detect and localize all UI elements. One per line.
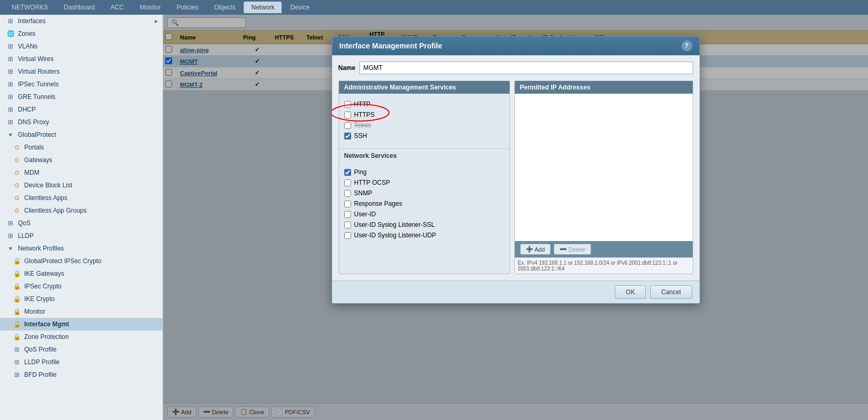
telnet-checkbox[interactable] <box>344 122 351 129</box>
zones-icon: 🌐 <box>6 29 15 38</box>
name-input[interactable] <box>360 62 693 74</box>
sidebar-item-virtual-routers[interactable]: ⊞ Virtual Routers <box>0 65 163 78</box>
admin-section-header: Administrative Management Services <box>339 81 510 94</box>
user-id-syslog-udp-checkbox[interactable] <box>344 232 351 239</box>
sidebar-item-ike-gateways[interactable]: 🔒 IKE Gateways <box>0 267 163 280</box>
nav-tab-acc[interactable]: ACC <box>103 2 131 13</box>
cancel-button[interactable]: Cancel <box>650 285 692 299</box>
sidebar-item-ipsec-crypto[interactable]: 🔒 IPSec Crypto <box>0 280 163 293</box>
sidebar-item-lldp-profile[interactable]: ⊞ LLDP Profile <box>0 356 163 368</box>
sidebar-item-zone-protection[interactable]: 🔒 Zone Protection <box>0 331 163 343</box>
nav-tab-dashboard[interactable]: Dashboard <box>56 2 102 13</box>
sidebar-item-virtual-wires[interactable]: ⊞ Virtual Wires <box>0 53 163 65</box>
sidebar-item-network-profiles[interactable]: ▾ Network Profiles <box>0 242 163 255</box>
permitted-ip-delete-button[interactable]: ➖ Delete <box>554 244 591 255</box>
sidebar-item-monitor[interactable]: 🔒 Monitor <box>0 305 163 318</box>
sidebar-item-label: Device Block List <box>24 182 72 189</box>
nav-tab-objects[interactable]: Objects <box>207 2 243 13</box>
http-checkbox[interactable] <box>344 101 351 108</box>
sidebar-item-vlans[interactable]: ⊞ VLANs <box>0 40 163 53</box>
dns-proxy-icon: ⊞ <box>6 118 15 126</box>
sidebar-item-label: IPSec Crypto <box>24 283 62 290</box>
user-id-row: User-ID <box>344 209 504 219</box>
response-pages-checkbox[interactable] <box>344 201 351 207</box>
sidebar-item-globalprotect[interactable]: ▾ GlobalProtect <box>0 128 163 141</box>
https-checkbox[interactable] <box>344 112 351 118</box>
ipsec-tunnels-icon: ⊞ <box>6 80 15 88</box>
sidebar-item-ike-crypto[interactable]: 🔒 IKE Crypto <box>0 293 163 305</box>
sidebar-item-bfd-profile[interactable]: ⊞ BFD Profile <box>0 368 163 381</box>
network-panel-body: Ping HTTP OCSP SNMP <box>339 162 510 246</box>
sidebar-item-gp-ipsec-crypto[interactable]: 🔒 GlobalProtect IPSec Crypto <box>0 255 163 267</box>
nav-tab-device[interactable]: Device <box>283 2 317 13</box>
sidebar-item-zones[interactable]: 🌐 Zones <box>0 27 163 40</box>
nav-tab-networks[interactable]: NETWORKS <box>4 2 55 13</box>
snmp-row: SNMP <box>344 188 504 198</box>
ipsec-crypto-icon: 🔒 <box>13 282 21 291</box>
nav-tab-monitor[interactable]: Monitor <box>132 2 168 13</box>
sidebar-item-qos-profile[interactable]: ⊞ QoS Profile <box>0 343 163 356</box>
sidebar-item-label: QoS Profile <box>24 346 56 353</box>
right-panel: Permitted IP Addresses ➕ Add ➖ Delete <box>514 81 693 274</box>
sidebar-item-label: GlobalProtect <box>18 131 56 138</box>
telnet-label: Telnet <box>354 122 371 129</box>
nav-tab-policies[interactable]: Policies <box>169 2 205 13</box>
lldp-icon: ⊞ <box>6 232 15 240</box>
dhcp-icon: ⊞ <box>6 105 15 114</box>
user-id-checkbox[interactable] <box>344 211 351 218</box>
sidebar-item-gateways[interactable]: ⊙ Gateways <box>0 154 163 166</box>
user-id-syslog-udp-label: User-ID Syslog Listener-UDP <box>354 232 436 239</box>
permitted-ip-list <box>515 94 693 241</box>
sidebar-item-gre-tunnels[interactable]: ⊞ GRE Tunnels <box>0 91 163 103</box>
sidebar-item-label: IPSec Tunnels <box>18 81 58 88</box>
chevron-right-icon: ▸ <box>154 19 158 23</box>
user-id-syslog-ssl-row: User-ID Syslog Listener-SSL <box>344 219 504 230</box>
sidebar-item-dns-proxy[interactable]: ⊞ DNS Proxy <box>0 116 163 128</box>
user-id-label: User-ID <box>354 211 376 218</box>
ok-button[interactable]: OK <box>615 285 646 299</box>
sidebar-item-label: DHCP <box>18 106 36 113</box>
sidebar-item-label: Zone Protection <box>24 333 69 341</box>
permitted-ip-add-button[interactable]: ➕ Add <box>520 244 551 255</box>
interface-mgmt-icon: 🔒 <box>13 320 21 328</box>
zone-protection-icon: 🔒 <box>13 333 21 341</box>
sidebar-item-clientless-apps[interactable]: ⊙ Clientless Apps <box>0 192 163 204</box>
monitor-icon: 🔒 <box>13 307 21 316</box>
response-pages-label: Response Pages <box>354 200 402 207</box>
ping-checkbox[interactable] <box>344 169 351 176</box>
modal-body: Name Administrative Management Services <box>332 55 700 281</box>
sidebar-item-label: Interface Mgmt <box>24 321 69 328</box>
ping-row: Ping <box>344 167 504 177</box>
sidebar-item-portals[interactable]: ⊙ Portals <box>0 141 163 154</box>
sidebar-item-label: Interfaces <box>18 17 46 25</box>
main-layout: ⊞ Interfaces ▸ 🌐 Zones ⊞ VLANs ⊞ Virtual… <box>0 15 868 420</box>
sidebar-item-label: QoS <box>18 219 31 227</box>
nav-tab-network[interactable]: Network <box>244 2 282 13</box>
qos-profile-icon: ⊞ <box>13 345 21 354</box>
help-button[interactable]: ? <box>682 41 692 51</box>
http-row: HTTP <box>344 99 504 109</box>
http-label: HTTP <box>354 101 371 108</box>
sidebar-item-interface-mgmt[interactable]: 🔒 Interface Mgmt <box>0 318 163 331</box>
sidebar: ⊞ Interfaces ▸ 🌐 Zones ⊞ VLANs ⊞ Virtual… <box>0 15 163 420</box>
telnet-row: Telnet <box>344 120 504 131</box>
virtual-routers-icon: ⊞ <box>6 67 15 76</box>
sidebar-item-label: Network Profiles <box>18 245 64 252</box>
sidebar-item-device-block-list[interactable]: ⊙ Device Block List <box>0 179 163 192</box>
sidebar-item-ipsec-tunnels[interactable]: ⊞ IPSec Tunnels <box>0 78 163 91</box>
sidebar-item-qos[interactable]: ⊞ QoS <box>0 217 163 229</box>
https-label: HTTPS <box>354 111 375 118</box>
snmp-checkbox[interactable] <box>344 190 351 197</box>
sidebar-item-lldp[interactable]: ⊞ LLDP <box>0 229 163 242</box>
sidebar-item-interfaces[interactable]: ⊞ Interfaces ▸ <box>0 15 163 27</box>
sidebar-item-label: Portals <box>24 144 44 151</box>
sidebar-item-clientless-app-groups[interactable]: ⊙ Clientless App Groups <box>0 204 163 217</box>
modal-header: Interface Management Profile ? <box>332 36 700 55</box>
user-id-syslog-ssl-checkbox[interactable] <box>344 222 351 228</box>
sidebar-item-mdm[interactable]: ⊙ MDM <box>0 166 163 179</box>
sidebar-item-dhcp[interactable]: ⊞ DHCP <box>0 103 163 116</box>
http-ocsp-checkbox[interactable] <box>344 179 351 186</box>
ssh-checkbox[interactable] <box>344 133 351 139</box>
content-area: 🔍 Name Ping HTTPS Telnet SSH HTTP OCSP S… <box>163 15 868 420</box>
sidebar-item-label: Monitor <box>24 308 45 315</box>
